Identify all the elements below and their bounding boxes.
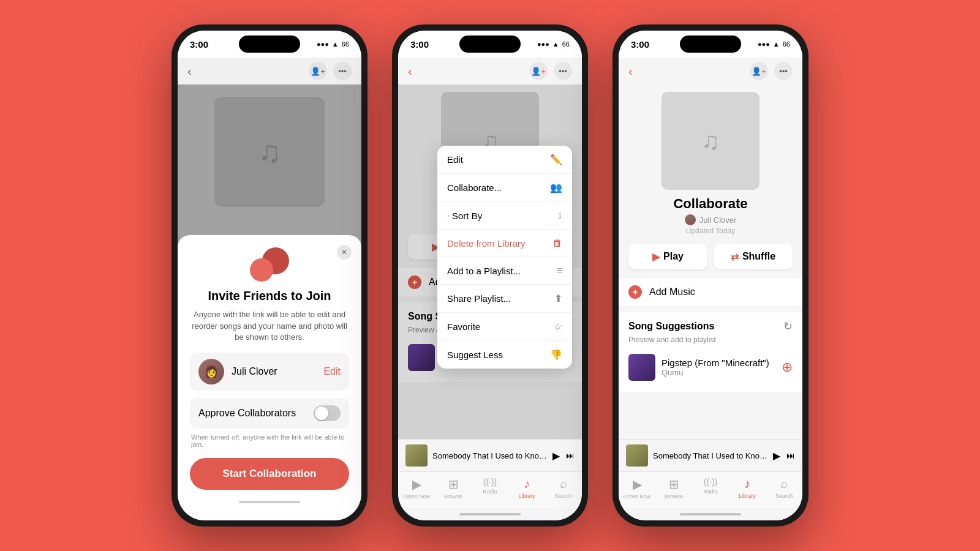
- np-play-3[interactable]: ▶: [773, 450, 780, 462]
- tab-listen-now-icon-3: ▶: [633, 477, 642, 492]
- context-delete[interactable]: Delete from Library 🗑: [437, 230, 572, 257]
- tab-listen-now-2[interactable]: ▶ Listen Now: [398, 477, 435, 500]
- back-button-2[interactable]: ‹: [408, 64, 412, 78]
- context-suggest-less-icon: 👎: [550, 349, 562, 361]
- phone-3: 3:00 ●●● ▲ 66 ‹ 👤+ ••• ♫ Collaborate: [612, 24, 809, 527]
- context-edit[interactable]: Edit ✏️: [437, 146, 572, 174]
- status-icons-1: ●●● ▲ 66: [317, 40, 349, 48]
- phone3-nav: ‹ 👤+ •••: [619, 58, 802, 84]
- tab-listen-now-3[interactable]: ▶ Listen Now: [619, 477, 655, 500]
- more-icon[interactable]: •••: [333, 62, 352, 80]
- tab-library-2[interactable]: ♪ Library: [508, 477, 545, 499]
- tab-radio-3[interactable]: ((·)) Radio: [692, 477, 729, 495]
- dynamic-island-1: [239, 36, 300, 53]
- back-button-1[interactable]: ‹: [187, 64, 192, 78]
- context-share[interactable]: Share Playlist... ⬆: [437, 285, 572, 313]
- tab-library-3[interactable]: ♪ Library: [729, 477, 766, 499]
- suggestions-subtitle-3: Preview and add to playlist: [628, 335, 793, 344]
- add-circle-icon-3: +: [628, 285, 642, 299]
- tab-radio-2[interactable]: ((·)) Radio: [472, 477, 508, 495]
- status-icons-2: ●●● ▲ 66: [537, 40, 570, 48]
- tab-radio-label-2: Radio: [483, 489, 497, 495]
- play-button-3[interactable]: ▶ Play: [628, 244, 707, 269]
- context-favorite[interactable]: Favorite ☆: [437, 313, 572, 341]
- phone2-scroll: ♫ C Juli Clover ▶ Play ⇄ Shuffle +: [398, 84, 582, 439]
- home-bar-3: [680, 513, 741, 515]
- tab-browse-icon-3: ⊞: [669, 477, 679, 492]
- more-icon-2[interactable]: •••: [554, 62, 572, 80]
- add-song-button-pigstep-3[interactable]: ⊕: [782, 359, 793, 375]
- collaborate-icon[interactable]: 👤+: [309, 62, 327, 80]
- context-delete-icon: 🗑: [552, 238, 562, 249]
- tab-bar-2: ▶ Listen Now ⊞ Browse ((·)) Radio ♪ Libr…: [398, 471, 582, 508]
- user-avatar: 👩: [198, 359, 224, 384]
- user-row: 👩 Juli Clover Edit: [190, 353, 349, 391]
- phone3-scroll: ♫ Collaborate Juli Clover Updated Today …: [619, 84, 802, 439]
- music-note-icon-3: ♫: [701, 127, 720, 155]
- np-skip-3[interactable]: ⏭: [786, 451, 795, 460]
- modal-close-button[interactable]: ✕: [337, 245, 352, 260]
- context-collaborate[interactable]: Collaborate... 👥: [437, 174, 572, 202]
- collaborate-title: Collaborate: [619, 196, 802, 212]
- collaborate-icon-2[interactable]: 👤+: [529, 62, 548, 80]
- context-suggest-less[interactable]: Suggest Less 👎: [437, 341, 572, 369]
- approve-toggle[interactable]: [314, 405, 341, 421]
- modal-overlay: ✕ Invite Friends to Join Anyone with the…: [178, 84, 361, 520]
- context-delete-label: Delete from Library: [447, 238, 526, 249]
- collaborate-icon-3[interactable]: 👤+: [750, 62, 768, 80]
- shuffle-icon-3: ⇄: [731, 251, 739, 263]
- context-suggest-less-label: Suggest Less: [447, 350, 503, 360]
- home-indicator-3: [619, 508, 802, 520]
- meta-user-3: Juli Clover: [699, 216, 737, 225]
- phone-1: 3:00 ●●● ▲ 66 ‹ 👤+ ••• ♫ ✕: [172, 24, 368, 527]
- signal-icon: ●●●: [317, 40, 329, 48]
- invite-modal-description: Anyone with the link will be able to edi…: [190, 309, 349, 343]
- phone2-nav: ‹ 👤+ •••: [398, 58, 582, 84]
- tab-search-label-3: Search: [775, 493, 793, 499]
- user-name: Juli Clover: [232, 366, 323, 377]
- play-label-3: Play: [663, 251, 684, 262]
- phone1-background: ♫ ✕ Invite Friends to Join Anyone with t…: [178, 84, 361, 520]
- more-icon-3[interactable]: •••: [774, 62, 793, 80]
- wifi-icon-2: ▲: [552, 40, 559, 48]
- tab-search-3[interactable]: ⌕ Search: [766, 477, 802, 499]
- tab-search-2[interactable]: ⌕ Search: [545, 477, 582, 499]
- np-controls-2: ▶ ⏭: [552, 450, 575, 462]
- start-collaboration-button[interactable]: Start Collaboration: [190, 458, 349, 490]
- shuffle-button-3[interactable]: ⇄ Shuffle: [714, 244, 793, 269]
- wifi-icon-3: ▲: [773, 40, 780, 48]
- tab-listen-now-label-3: Listen Now: [624, 493, 651, 500]
- tab-browse-3[interactable]: ⊞ Browse: [655, 477, 692, 500]
- tab-browse-icon-2: ⊞: [448, 477, 459, 492]
- now-playing-2[interactable]: Somebody That I Used to Know (... ▶ ⏭: [398, 439, 582, 471]
- status-time-1: 3:00: [190, 39, 208, 50]
- np-skip-2[interactable]: ⏭: [566, 451, 575, 460]
- status-time-3: 3:00: [631, 39, 649, 50]
- add-music-label-3: Add Music: [649, 287, 695, 298]
- np-title-2: Somebody That I Used to Know (...: [432, 451, 548, 460]
- person-front: [250, 258, 273, 282]
- now-playing-3[interactable]: Somebody That I Used to Know (... ▶ ⏭: [619, 439, 802, 471]
- back-button-3[interactable]: ‹: [628, 64, 633, 78]
- avatar-image: 👩: [198, 359, 224, 384]
- song-title-pigstep-3: Pigstep (From "Minecraft"): [662, 358, 775, 368]
- add-music-3[interactable]: + Add Music: [619, 278, 802, 306]
- context-add-playlist[interactable]: Add to a Playlist... ≡: [437, 257, 572, 285]
- suggestions-3: Song Suggestions ↻ Preview and add to pl…: [619, 312, 802, 392]
- tab-radio-label-3: Radio: [703, 489, 718, 495]
- status-bar-3: 3:00 ●●● ▲ 66: [619, 31, 802, 58]
- tab-search-icon-2: ⌕: [560, 477, 567, 491]
- status-bar-1: 3:00 ●●● ▲ 66: [178, 31, 361, 58]
- song-artist-pigstep-3: Qumu: [662, 368, 775, 377]
- context-share-label: Share Playlist...: [447, 293, 511, 304]
- np-play-2[interactable]: ▶: [552, 450, 560, 462]
- refresh-icon-3[interactable]: ↻: [783, 320, 793, 333]
- context-sort-by[interactable]: › Sort By ↕: [437, 202, 572, 230]
- tab-library-label-3: Library: [739, 493, 756, 499]
- tab-browse-2[interactable]: ⊞ Browse: [435, 477, 472, 500]
- collab-people-icon: [250, 247, 289, 282]
- signal-icon-2: ●●●: [537, 40, 549, 48]
- context-share-icon: ⬆: [554, 293, 562, 304]
- edit-link[interactable]: Edit: [323, 366, 341, 377]
- collaborate-meta: Juli Clover: [619, 214, 802, 225]
